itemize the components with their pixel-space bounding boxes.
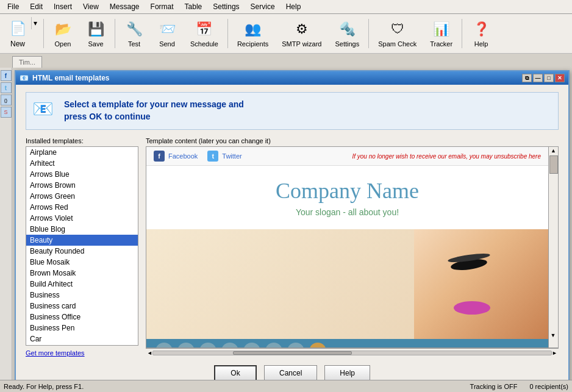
menu-edit[interactable]: Edit bbox=[25, 1, 48, 12]
tab-placeholder[interactable]: Tim... bbox=[12, 56, 42, 68]
dialog-minimize-button[interactable]: — bbox=[533, 74, 543, 82]
smtp-wizard-label: SMTP wizard bbox=[282, 40, 321, 48]
template-item[interactable]: Arhitect bbox=[26, 158, 138, 169]
settings-button[interactable]: 🔩 Settings bbox=[329, 17, 365, 50]
template-item[interactable]: Arrows Violet bbox=[26, 213, 138, 224]
preview-content: f Facebook t Twitter If you no longer wi… bbox=[146, 147, 548, 347]
template-item[interactable]: Arrows Brown bbox=[26, 180, 138, 191]
template-item[interactable]: Business Office bbox=[26, 312, 138, 323]
separator-5 bbox=[462, 19, 462, 48]
twitter-label: Twitter bbox=[222, 152, 241, 160]
ok-button[interactable]: Ok bbox=[214, 365, 257, 381]
h-scroll-thumb[interactable] bbox=[233, 351, 352, 355]
tracker-button[interactable]: 📊 Tracker bbox=[424, 17, 458, 50]
menu-file[interactable]: File bbox=[2, 1, 24, 12]
scroll-thumb[interactable] bbox=[549, 155, 558, 174]
tracker-icon: 📊 bbox=[432, 20, 451, 39]
preview-scrollbar[interactable]: ▲ ▼ bbox=[548, 147, 558, 347]
menu-format[interactable]: Format bbox=[146, 1, 179, 12]
dialog-body: Installed templates: AirplaneArhitectArr… bbox=[26, 137, 559, 357]
preview-container: f Facebook t Twitter If you no longer wi… bbox=[146, 146, 559, 348]
templates-panel: Installed templates: AirplaneArhitectArr… bbox=[26, 137, 138, 357]
nav-dot-5 bbox=[243, 343, 260, 347]
sidebar-icon-brackets[interactable]: {} bbox=[1, 94, 12, 105]
separator-1 bbox=[43, 19, 44, 48]
preview-facebook: f Facebook bbox=[154, 151, 198, 162]
dialog-restore-button[interactable]: ⧉ bbox=[522, 74, 532, 82]
menu-insert[interactable]: Insert bbox=[49, 1, 77, 12]
status-right: Tracking is OFF 0 recipient(s) bbox=[470, 383, 568, 390]
sidebar-icon-s[interactable]: S bbox=[1, 107, 12, 118]
help-dialog-button[interactable]: Help bbox=[324, 365, 370, 381]
menu-settings[interactable]: Settings bbox=[208, 1, 244, 12]
template-item[interactable]: Arrows Blue bbox=[26, 169, 138, 180]
menu-view[interactable]: View bbox=[78, 1, 104, 12]
h-scroll-track bbox=[152, 351, 552, 355]
preview-main: Company Name Your slogan - all about you… bbox=[146, 166, 548, 229]
template-item[interactable]: Beauty bbox=[26, 235, 138, 246]
sidebar-icon-f[interactable]: f bbox=[1, 70, 12, 81]
schedule-label: Schedule bbox=[190, 40, 218, 48]
preview-nav-bar bbox=[146, 339, 548, 347]
template-item[interactable]: Business card bbox=[26, 301, 138, 312]
template-item[interactable]: Arrows Red bbox=[26, 202, 138, 213]
schedule-button[interactable]: 📅 Schedule bbox=[185, 17, 224, 50]
tab-bar: Tim... bbox=[0, 54, 572, 68]
sidebar-icon-t[interactable]: t bbox=[1, 82, 12, 93]
menu-message[interactable]: Message bbox=[105, 1, 145, 12]
settings-label: Settings bbox=[335, 40, 359, 48]
template-item[interactable]: Arrows Green bbox=[26, 191, 138, 202]
template-item[interactable]: Airplane bbox=[26, 147, 138, 158]
twitter-icon: t bbox=[207, 151, 218, 162]
new-button[interactable]: 📄 New bbox=[4, 17, 31, 50]
smtp-wizard-button[interactable]: ⚙ SMTP wizard bbox=[276, 17, 327, 50]
template-item[interactable]: Circle bbox=[26, 344, 138, 346]
settings-icon: 🔩 bbox=[337, 20, 357, 39]
template-item[interactable]: Blue Mosaik bbox=[26, 257, 138, 268]
template-item[interactable]: Beauty Rounded bbox=[26, 246, 138, 257]
dialog-overlay: 📧 HTML email templates ⧉ — □ ✕ 📧 bbox=[15, 70, 570, 390]
open-button[interactable]: 📂 Open bbox=[48, 17, 78, 50]
send-button[interactable]: 📨 Send bbox=[152, 17, 182, 50]
help-button[interactable]: ❓ Help bbox=[466, 17, 496, 50]
scroll-down-button[interactable]: ▼ bbox=[548, 332, 558, 339]
facebook-label: Facebook bbox=[168, 152, 198, 160]
nav-dot-2 bbox=[177, 343, 195, 347]
template-item[interactable]: Business bbox=[26, 290, 138, 301]
template-item[interactable]: Brown Mosaik bbox=[26, 268, 138, 279]
recipients-count: 0 recipient(s) bbox=[529, 383, 568, 390]
template-item[interactable]: Build Arhitect bbox=[26, 279, 138, 290]
scroll-up-button[interactable]: ▲ bbox=[549, 147, 558, 154]
preview-twitter: t Twitter bbox=[207, 151, 241, 162]
spam-check-button[interactable]: 🛡 Spam Check bbox=[373, 17, 422, 50]
menu-service[interactable]: Service bbox=[246, 1, 280, 12]
dialog-close-button[interactable]: ✕ bbox=[555, 74, 565, 82]
menu-table[interactable]: Table bbox=[180, 1, 207, 12]
dialog-maximize-button[interactable]: □ bbox=[544, 74, 554, 82]
nav-dot-7 bbox=[287, 343, 304, 347]
new-dropdown-arrow[interactable]: ▾ bbox=[31, 17, 39, 29]
template-item[interactable]: Car bbox=[26, 333, 138, 344]
tracking-status: Tracking is OFF bbox=[470, 383, 518, 390]
get-more-templates-link[interactable]: Get more templates bbox=[26, 349, 138, 357]
nav-dot-4 bbox=[221, 343, 238, 347]
h-scroll-left-button[interactable]: ◄ bbox=[147, 350, 152, 356]
template-item[interactable]: Bblue Blog bbox=[26, 224, 138, 235]
cancel-button[interactable]: Cancel bbox=[264, 365, 317, 381]
h-scroll-right-button[interactable]: ► bbox=[552, 350, 557, 356]
toolbar: 📄 New ▾ 📂 Open 💾 Save 🔧 Test 📨 Send 📅 Sc… bbox=[0, 14, 572, 54]
template-item[interactable]: Business Pen bbox=[26, 323, 138, 333]
save-button[interactable]: 💾 Save bbox=[80, 17, 111, 50]
templates-list[interactable]: AirplaneArhitectArrows BlueArrows BrownA… bbox=[26, 146, 138, 346]
dialog-header: 📧 Select a template for your new message… bbox=[26, 92, 559, 130]
menu-help[interactable]: Help bbox=[281, 1, 306, 12]
h-scrollbar[interactable]: ◄ ► bbox=[146, 348, 559, 357]
dialog-title-text: HTML email templates bbox=[32, 74, 522, 82]
smtp-wizard-icon: ⚙ bbox=[292, 20, 312, 39]
recipients-button[interactable]: 👥 Recipients bbox=[232, 17, 274, 50]
send-icon: 📨 bbox=[157, 20, 177, 39]
spam-check-label: Spam Check bbox=[378, 40, 416, 48]
new-button-group[interactable]: 📄 New ▾ bbox=[4, 16, 40, 51]
test-button[interactable]: 🔧 Test bbox=[119, 17, 149, 50]
open-icon: 📂 bbox=[53, 20, 73, 39]
